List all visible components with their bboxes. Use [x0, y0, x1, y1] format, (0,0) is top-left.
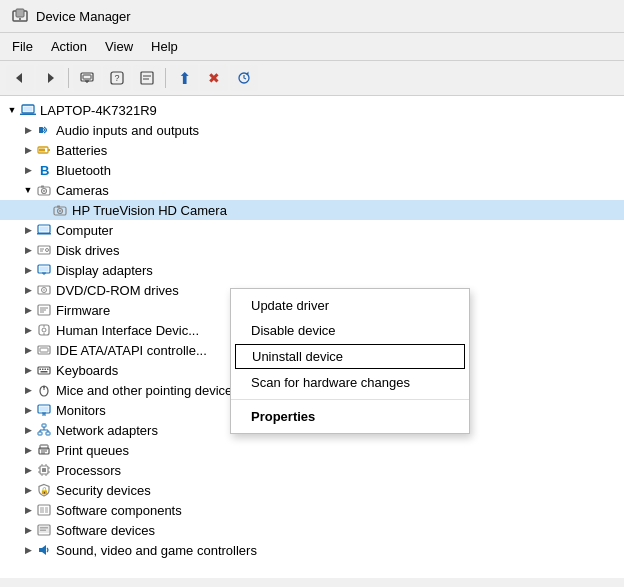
- scan-button[interactable]: [230, 65, 258, 91]
- tree-print[interactable]: ▶ Print queues: [0, 440, 624, 460]
- firmware-icon: [36, 302, 52, 318]
- ide-icon: [36, 342, 52, 358]
- expand-network[interactable]: ▶: [20, 422, 36, 438]
- expand-dvd[interactable]: ▶: [20, 282, 36, 298]
- dvd-icon: [36, 282, 52, 298]
- tree-hpcamera[interactable]: ▶ HP TrueVision HD Camera: [0, 200, 624, 220]
- hid-label: Human Interface Devic...: [56, 323, 199, 338]
- forward-button[interactable]: [36, 65, 64, 91]
- expand-arrow-root[interactable]: ▼: [4, 102, 20, 118]
- hpcamera-icon: [52, 202, 68, 218]
- softwarecomp-icon: [36, 502, 52, 518]
- back-button[interactable]: [6, 65, 34, 91]
- expand-batteries[interactable]: ▶: [20, 142, 36, 158]
- svg-rect-17: [20, 114, 36, 116]
- softwarecomp-label: Software components: [56, 503, 182, 518]
- ctx-scan-hardware[interactable]: Scan for hardware changes: [231, 370, 469, 395]
- tree-root-label: LAPTOP-4K7321R9: [40, 103, 157, 118]
- expand-keyboards[interactable]: ▶: [20, 362, 36, 378]
- expand-softwaredev[interactable]: ▶: [20, 522, 36, 538]
- monitor-icon: [36, 402, 52, 418]
- ctx-disable-device[interactable]: Disable device: [231, 318, 469, 343]
- ctx-properties[interactable]: Properties: [231, 404, 469, 429]
- expand-softwarecomp[interactable]: ▶: [20, 502, 36, 518]
- processors-label: Processors: [56, 463, 121, 478]
- expand-computer[interactable]: ▶: [20, 222, 36, 238]
- print-label: Print queues: [56, 443, 129, 458]
- hid-icon: [36, 322, 52, 338]
- print-icon: [36, 442, 52, 458]
- svg-rect-21: [48, 149, 50, 151]
- expand-monitors[interactable]: ▶: [20, 402, 36, 418]
- remove-button[interactable]: ✖: [200, 65, 228, 91]
- audio-label: Audio inputs and outputs: [56, 123, 199, 138]
- svg-rect-30: [57, 206, 60, 208]
- processor-icon: [36, 462, 52, 478]
- expand-ide[interactable]: ▶: [20, 342, 36, 358]
- svg-rect-71: [46, 432, 50, 435]
- properties-button[interactable]: [133, 65, 161, 91]
- title-text: Device Manager: [36, 9, 131, 24]
- menu-file[interactable]: File: [4, 36, 41, 57]
- expand-display[interactable]: ▶: [20, 262, 36, 278]
- toolbar-sep-1: [68, 68, 69, 88]
- svg-point-63: [43, 386, 45, 388]
- expand-firmware[interactable]: ▶: [20, 302, 36, 318]
- expand-audio[interactable]: ▶: [20, 122, 36, 138]
- ide-label: IDE ATA/ATAPI controlle...: [56, 343, 207, 358]
- tree-softwaredev[interactable]: ▶ Software devices: [0, 520, 624, 540]
- toolbar-sep-2: [165, 68, 166, 88]
- svg-text:B: B: [40, 163, 49, 177]
- svg-rect-59: [47, 369, 49, 371]
- svg-rect-33: [37, 233, 51, 235]
- tree-disk[interactable]: ▶ Disk drives: [0, 240, 624, 260]
- expand-security[interactable]: ▶: [20, 482, 36, 498]
- ctx-update-driver[interactable]: Update driver: [231, 293, 469, 318]
- svg-rect-81: [42, 468, 46, 472]
- svg-text:?: ?: [114, 73, 119, 83]
- tree-cameras[interactable]: ▼ Cameras: [0, 180, 624, 200]
- svg-rect-54: [40, 348, 48, 352]
- keyboards-label: Keyboards: [56, 363, 118, 378]
- update-driver-button[interactable]: ⬆: [170, 65, 198, 91]
- svg-rect-60: [41, 371, 48, 373]
- svg-rect-39: [40, 267, 49, 272]
- menu-help[interactable]: Help: [143, 36, 186, 57]
- expand-disk[interactable]: ▶: [20, 242, 36, 258]
- tree-audio[interactable]: ▶ Audio inputs and outputs: [0, 120, 624, 140]
- expand-mice[interactable]: ▶: [20, 382, 36, 398]
- expand-cameras[interactable]: ▼: [20, 182, 36, 198]
- tree-computer[interactable]: ▶ Computer: [0, 220, 624, 240]
- svg-rect-65: [40, 407, 49, 412]
- mice-label: Mice and other pointing devices: [56, 383, 239, 398]
- tree-softwarecomp[interactable]: ▶ Software components: [0, 500, 624, 520]
- menu-view[interactable]: View: [97, 36, 141, 57]
- tree-display[interactable]: ▶ Display adapters: [0, 260, 624, 280]
- ctx-uninstall-device[interactable]: Uninstall device: [235, 344, 465, 369]
- menu-action[interactable]: Action: [43, 36, 95, 57]
- expand-hid[interactable]: ▶: [20, 322, 36, 338]
- tree-sound[interactable]: ▶ Sound, video and game controllers: [0, 540, 624, 560]
- expand-print[interactable]: ▶: [20, 442, 36, 458]
- tree-bluetooth[interactable]: ▶ B Bluetooth: [0, 160, 624, 180]
- ctx-separator: [231, 399, 469, 400]
- title-bar: Device Manager: [0, 0, 624, 33]
- help-button[interactable]: ?: [103, 65, 131, 91]
- svg-point-50: [42, 328, 46, 332]
- display-icon: [36, 262, 52, 278]
- keyboard-icon: [36, 362, 52, 378]
- svg-marker-4: [48, 73, 54, 83]
- tree-root[interactable]: ▼ LAPTOP-4K7321R9: [0, 100, 624, 120]
- tree-processors[interactable]: ▶ Processors: [0, 460, 624, 480]
- device-manager-button[interactable]: [73, 65, 101, 91]
- expand-processors[interactable]: ▶: [20, 462, 36, 478]
- expand-sound[interactable]: ▶: [20, 542, 36, 558]
- svg-point-44: [43, 289, 45, 291]
- expand-bluetooth[interactable]: ▶: [20, 162, 36, 178]
- softwaredev-label: Software devices: [56, 523, 155, 538]
- disk-icon: [36, 242, 52, 258]
- tree-security[interactable]: ▶ 🔒 Security devices: [0, 480, 624, 500]
- tree-batteries[interactable]: ▶ Batteries: [0, 140, 624, 160]
- svg-rect-6: [83, 75, 91, 79]
- firmware-label: Firmware: [56, 303, 110, 318]
